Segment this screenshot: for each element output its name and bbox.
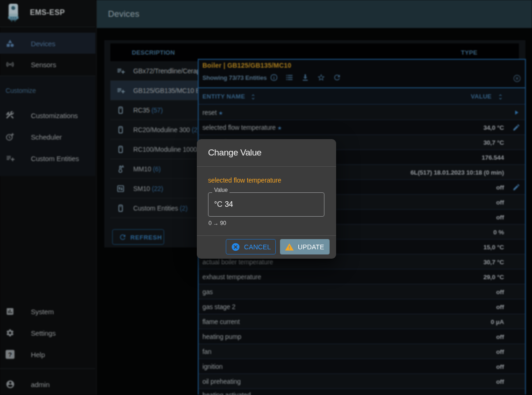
svg-text:A: A [122,165,124,169]
